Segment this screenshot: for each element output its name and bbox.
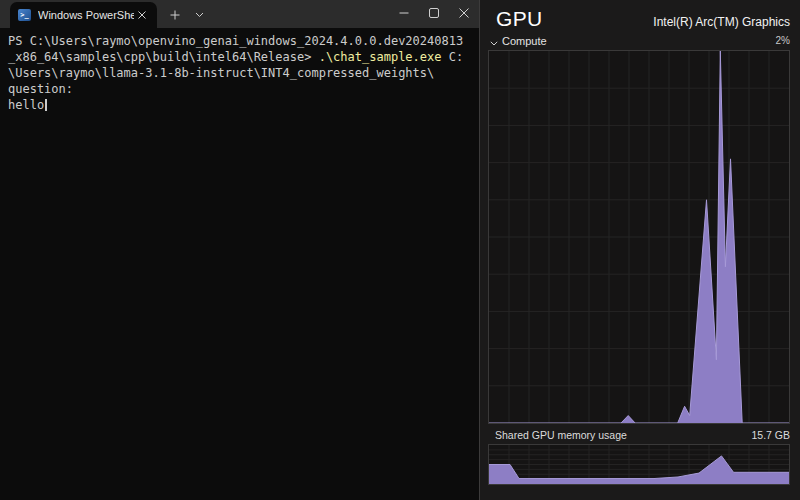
terminal-line: question: bbox=[8, 81, 471, 97]
terminal-window: >_ Windows PowerShell bbox=[0, 0, 480, 500]
tab-title: Windows PowerShell bbox=[38, 9, 134, 21]
terminal-line: _x86_64\samples\cpp\build\intel64\Releas… bbox=[8, 49, 471, 65]
memory-usage-row: Shared GPU memory usage 15.7 GB bbox=[480, 425, 800, 444]
terminal-titlebar: >_ Windows PowerShell bbox=[0, 0, 479, 28]
chevron-down-icon bbox=[490, 32, 498, 50]
screen: >_ Windows PowerShell bbox=[0, 0, 800, 500]
maximize-button[interactable] bbox=[419, 0, 449, 26]
memory-usage-label: Shared GPU memory usage bbox=[495, 429, 627, 441]
close-button[interactable] bbox=[449, 0, 479, 26]
memory-usage-value: 15.7 GB bbox=[751, 429, 790, 441]
terminal-output[interactable]: PS C:\Users\raymo\openvino_genai_windows… bbox=[0, 28, 479, 500]
new-tab-button[interactable] bbox=[163, 3, 187, 27]
window-controls bbox=[389, 0, 479, 28]
compute-section-header[interactable]: Compute 2% bbox=[480, 31, 800, 50]
powershell-icon: >_ bbox=[18, 9, 31, 21]
compute-usage-chart bbox=[488, 50, 790, 424]
terminal-cursor bbox=[45, 99, 47, 111]
compute-utilization-value: 2% bbox=[776, 35, 790, 46]
gpu-panel: GPU Intel(R) Arc(TM) Graphics Compute 2%… bbox=[480, 0, 800, 500]
minimize-button[interactable] bbox=[389, 0, 419, 26]
tab-dropdown-chevron-icon[interactable] bbox=[189, 3, 209, 27]
gpu-adapter-name: Intel(R) Arc(TM) Graphics bbox=[653, 15, 790, 29]
tab-windows-powershell[interactable]: >_ Windows PowerShell bbox=[10, 2, 157, 28]
terminal-line: hello bbox=[8, 97, 471, 113]
tab-close-icon[interactable] bbox=[134, 7, 149, 23]
terminal-line: PS C:\Users\raymo\openvino_genai_windows… bbox=[8, 33, 471, 49]
gpu-title: GPU bbox=[496, 7, 542, 31]
compute-section-label: Compute bbox=[502, 35, 547, 47]
memory-usage-chart bbox=[488, 444, 790, 485]
terminal-line: \Users\raymo\llama-3.1-8b-instruct\INT4_… bbox=[8, 65, 471, 81]
gpu-header: GPU Intel(R) Arc(TM) Graphics bbox=[480, 0, 800, 31]
